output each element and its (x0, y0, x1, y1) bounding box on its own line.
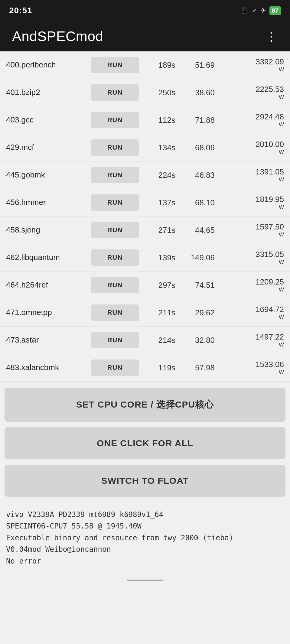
sim-icon: 📱 (240, 7, 249, 15)
bench-time: 112s (139, 115, 178, 125)
table-row: 403.gccRUN112s71.882924.48W (0, 106, 290, 134)
bench-time: 189s (139, 60, 178, 70)
bench-watt: 1497.22W (218, 332, 284, 348)
nav-bar (0, 576, 290, 585)
bench-watt: 1694.72W (218, 305, 284, 320)
bench-score: 68.06 (178, 143, 218, 152)
table-row: 456.hmmerRUN137s68.101819.95W (0, 189, 290, 216)
benchmark-list: 400.perlbenchRUN189s51.693392.09W401.bzi… (0, 51, 290, 382)
footer-info: vivo V2339A PD2339 mt6989 k6989v1_64 SPE… (0, 503, 290, 576)
run-button[interactable]: RUN (91, 277, 139, 293)
run-button[interactable]: RUN (91, 249, 139, 266)
bench-score: 38.60 (178, 88, 218, 97)
bench-name: 445.gobmk (6, 170, 91, 180)
table-row: 429.mcfRUN134s68.062010.00W (0, 134, 290, 161)
bench-time: 224s (139, 171, 178, 180)
table-row: 458.sjengRUN271s44.651597.50W (0, 216, 290, 244)
bench-score: 51.69 (178, 60, 218, 70)
table-row: 462.libquantumRUN139s149.063315.05W (0, 244, 290, 272)
table-row: 483.xalancbmkRUN119s57.981533.06W (0, 354, 290, 382)
nav-bar-indicator (127, 580, 163, 581)
footer-line-2: SPECINT06-CPU7 55.58 @ 1945.40W (6, 520, 284, 532)
bench-score: 29.62 (178, 308, 218, 317)
bench-name: 403.gcc (6, 115, 91, 125)
status-time: 20:51 (9, 6, 32, 15)
bench-time: 214s (139, 336, 178, 345)
app-title: AndSPECmod (12, 28, 103, 44)
bench-watt: 3392.09W (218, 57, 284, 73)
run-button[interactable]: RUN (91, 57, 139, 73)
run-button[interactable]: RUN (91, 194, 139, 211)
table-row: 464.h264refRUN297s74.511209.25W (0, 272, 290, 299)
footer-line-4: V0.04mod Weibo@ioncannon (6, 544, 284, 555)
bench-score: 46.83 (178, 171, 218, 180)
bench-time: 250s (139, 88, 178, 97)
bench-time: 271s (139, 226, 178, 235)
run-button[interactable]: RUN (91, 139, 139, 156)
plane-icon: ✈ (260, 7, 266, 15)
bench-score: 71.88 (178, 115, 218, 125)
bench-name: 401.bzip2 (6, 88, 91, 97)
bench-time: 134s (139, 143, 178, 152)
bench-time: 137s (139, 198, 178, 207)
set-cpu-button[interactable]: SET CPU CORE / 选择CPU核心 (5, 388, 285, 422)
switch-to-float-button[interactable]: SWITCH TO FLOAT (5, 465, 285, 497)
run-button[interactable]: RUN (91, 332, 139, 348)
status-bar: 20:51 📱 ✔ ✈ 87 (0, 0, 290, 21)
run-button[interactable]: RUN (91, 359, 139, 376)
bench-score: 74.51 (178, 281, 218, 290)
bench-watt: 1391.05W (218, 167, 284, 183)
table-row: 401.bzip2RUN250s38.602225.53W (0, 79, 290, 106)
bench-watt: 1819.95W (218, 195, 284, 210)
bench-name: 462.libquantum (6, 253, 91, 262)
run-button[interactable]: RUN (91, 304, 139, 321)
status-icons: 📱 ✔ ✈ 87 (240, 6, 281, 15)
bench-time: 139s (139, 253, 178, 262)
run-button[interactable]: RUN (91, 167, 139, 183)
bench-score: 32.80 (178, 336, 218, 345)
bench-score: 57.98 (178, 363, 218, 372)
bench-name: 458.sjeng (6, 225, 91, 235)
app-header: AndSPECmod ⋮ (0, 21, 290, 51)
battery-badge: 87 (269, 6, 281, 15)
footer-line-1: vivo V2339A PD2339 mt6989 k6989v1_64 (6, 509, 284, 520)
bench-score: 149.06 (178, 253, 218, 262)
bench-name: 483.xalancbmk (6, 363, 91, 372)
bench-watt: 2225.53W (218, 85, 284, 100)
footer-line-3: Executable binary and resource from twy_… (6, 532, 284, 544)
bench-watt: 2010.00W (218, 140, 284, 155)
bench-time: 211s (139, 308, 178, 317)
table-row: 400.perlbenchRUN189s51.693392.09W (0, 51, 290, 79)
table-row: 445.gobmkRUN224s46.831391.05W (0, 161, 290, 189)
bench-watt: 3315.05W (218, 250, 284, 265)
bench-watt: 1533.06W (218, 360, 284, 376)
bench-time: 297s (139, 281, 178, 290)
bench-watt: 1209.25W (218, 277, 284, 293)
menu-dots-button[interactable]: ⋮ (265, 30, 278, 42)
bench-name: 400.perlbench (6, 60, 91, 70)
run-button[interactable]: RUN (91, 84, 139, 101)
bench-name: 473.astar (6, 335, 91, 345)
one-click-button[interactable]: ONE CLICK FOR ALL (5, 427, 285, 459)
run-button[interactable]: RUN (91, 222, 139, 238)
bench-watt: 1597.50W (218, 222, 284, 238)
bench-name: 464.h264ref (6, 280, 91, 290)
bench-score: 44.65 (178, 226, 218, 235)
table-row: 473.astarRUN214s32.801497.22W (0, 327, 290, 354)
bench-name: 471.omnetpp (6, 308, 91, 317)
bottom-buttons: SET CPU CORE / 选择CPU核心 ONE CLICK FOR ALL… (0, 382, 290, 503)
check-icon: ✔ (252, 7, 257, 14)
run-button[interactable]: RUN (91, 112, 139, 128)
bench-name: 456.hmmer (6, 198, 91, 207)
bench-name: 429.mcf (6, 143, 91, 152)
bench-time: 119s (139, 363, 178, 372)
table-row: 471.omnetppRUN211s29.621694.72W (0, 299, 290, 327)
bench-watt: 2924.48W (218, 112, 284, 128)
bench-score: 68.10 (178, 198, 218, 207)
footer-line-5: No error (6, 555, 284, 567)
